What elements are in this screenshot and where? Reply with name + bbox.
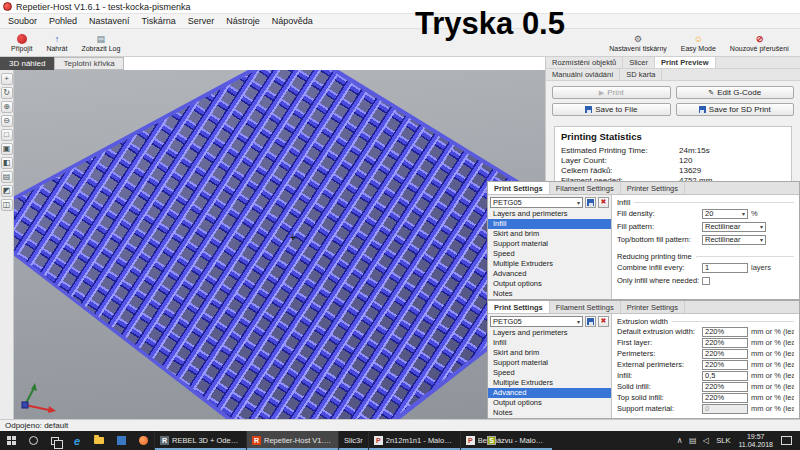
network-icon[interactable]: ▤ xyxy=(686,436,699,445)
tab-printer-settings[interactable]: Printer Settings xyxy=(621,182,685,194)
tab-print-preview[interactable]: Print Preview xyxy=(655,57,716,68)
delete-profile-button[interactable]: ✖ xyxy=(598,197,609,208)
profile-select[interactable]: PETG05 ▾ xyxy=(490,316,583,327)
nav-output-options[interactable]: Output options xyxy=(488,279,611,289)
tray-expand-icon[interactable]: ∧ xyxy=(673,436,686,445)
menu-tiskarna[interactable]: Tiskárna xyxy=(136,14,182,28)
tab-3d-view[interactable]: 3D náhled xyxy=(0,57,54,70)
fit-view-button[interactable]: □ xyxy=(1,129,13,141)
3d-viewport[interactable]: + xyxy=(14,70,545,419)
taskbar-clock[interactable]: 19:57 11.04.2018 xyxy=(734,433,777,449)
menu-pohled[interactable]: Pohled xyxy=(43,14,83,28)
nav-layers-perimeters[interactable]: Layers and perimeters xyxy=(488,209,611,219)
print-button[interactable]: ▶ Print xyxy=(552,86,671,99)
delete-profile-button[interactable]: ✖ xyxy=(598,316,609,327)
nav-speed[interactable]: Speed xyxy=(488,368,611,378)
nav-advanced[interactable]: Advanced xyxy=(488,388,611,398)
extrusion-row: Top solid infill: 220% mm or % (leave 0 … xyxy=(617,392,794,403)
tab-slicer[interactable]: Slicer xyxy=(623,57,655,68)
taskbar-app-rebel3d[interactable]: R REBEL 3D + Odeslat... xyxy=(154,431,246,450)
side-view-button[interactable]: ◧ xyxy=(1,157,13,169)
task-view-button[interactable] xyxy=(44,431,66,450)
menu-nastroje[interactable]: Nástroje xyxy=(220,14,266,28)
taskbar-app-repetier[interactable]: R Repetier-Host V1.6... xyxy=(246,431,338,450)
nav-multiple-extruders[interactable]: Multiple Extruders xyxy=(488,259,611,269)
grid-view-button[interactable]: ◫ xyxy=(1,199,13,211)
iso-view-button[interactable]: ◩ xyxy=(1,185,13,197)
edit-gcode-button[interactable]: ✎ Edit G-Code xyxy=(676,86,795,99)
external-perimeters-input[interactable]: 220% xyxy=(702,360,748,370)
menu-nastaveni[interactable]: Nastavení xyxy=(83,14,136,28)
action-center-icon[interactable] xyxy=(781,436,792,445)
emergency-stop-button[interactable]: ⊘ Nouzové přerušení xyxy=(723,30,796,56)
first-layer-input[interactable]: 220% xyxy=(702,338,748,348)
top-view-button[interactable]: ▤ xyxy=(1,171,13,183)
printer-settings-button[interactable]: ⚙ Nastavení tiskárny xyxy=(602,30,674,56)
solid-infill-input[interactable]: 220% xyxy=(702,382,748,392)
nav-notes[interactable]: Notes xyxy=(488,408,611,418)
pinned-edge-button[interactable]: e xyxy=(66,431,88,450)
move-tool-button[interactable]: + xyxy=(1,73,13,85)
tab-object-placement[interactable]: Rozmístění objektů xyxy=(546,57,623,68)
save-to-file-button[interactable]: Save to File xyxy=(552,103,671,116)
tab-temperature-curve[interactable]: Teplotní křivka xyxy=(54,57,123,70)
show-log-button[interactable]: ▤ Zobrazit Log xyxy=(74,30,127,56)
menu-napoveda[interactable]: Nápověda xyxy=(266,14,319,28)
tab-printer-settings[interactable]: Printer Settings xyxy=(621,301,685,313)
pinned-app-button[interactable] xyxy=(110,431,132,450)
nav-speed[interactable]: Speed xyxy=(488,249,611,259)
menu-soubor[interactable]: Soubor xyxy=(2,14,43,28)
combine-infill-input[interactable]: 1 xyxy=(702,263,748,273)
fill-density-input[interactable]: 20 ▾ xyxy=(702,209,748,219)
rotate-tool-button[interactable]: ↻ xyxy=(1,87,13,99)
perimeters-input[interactable]: 220% xyxy=(702,349,748,359)
tab-print-settings[interactable]: Print Settings xyxy=(488,182,550,194)
pinned-explorer-button[interactable] xyxy=(88,431,110,450)
easy-mode-button[interactable]: ☺ Easy Mode xyxy=(674,30,723,56)
nav-multiple-extruders[interactable]: Multiple Extruders xyxy=(488,378,611,388)
save-for-sd-button[interactable]: Save for SD Print xyxy=(676,103,795,116)
nav-notes[interactable]: Notes xyxy=(488,289,611,299)
volume-icon[interactable]: ◁ xyxy=(699,436,712,445)
zoom-in-button[interactable]: ⊕ xyxy=(1,101,13,113)
profile-select[interactable]: PETG05 ▾ xyxy=(490,197,583,208)
tab-filament-settings[interactable]: Filament Settings xyxy=(550,182,621,194)
nav-support-material[interactable]: Support material xyxy=(488,358,611,368)
tab-filament-settings[interactable]: Filament Settings xyxy=(550,301,621,313)
taskbar-app-slic3r[interactable]: S Slic3r xyxy=(338,431,368,450)
nav-support-material[interactable]: Support material xyxy=(488,239,611,249)
tab-sd-card[interactable]: SD karta xyxy=(620,69,662,80)
nav-advanced[interactable]: Advanced xyxy=(488,269,611,279)
taskbar-app-paint-2[interactable]: P Bez názvu - Malová... xyxy=(460,431,552,450)
start-button[interactable] xyxy=(0,431,22,450)
nav-layers-perimeters[interactable]: Layers and perimeters xyxy=(488,328,611,338)
top-solid-infill-input[interactable]: 220% xyxy=(702,393,748,403)
connect-button[interactable]: Připojit xyxy=(4,30,39,56)
save-profile-button[interactable] xyxy=(585,197,596,208)
save-profile-button[interactable] xyxy=(585,316,596,327)
search-button[interactable] xyxy=(22,431,44,450)
support-material-width-input[interactable]: 0 xyxy=(702,404,748,414)
row-label: Infill: xyxy=(617,371,699,380)
default-extrusion-width-input[interactable]: 220% xyxy=(702,327,748,337)
nav-skirt-brim[interactable]: Skirt and brim xyxy=(488,348,611,358)
preview-button-row-2: Save to File Save for SD Print xyxy=(546,101,800,118)
nav-skirt-brim[interactable]: Skirt and brim xyxy=(488,229,611,239)
nav-infill[interactable]: Infill xyxy=(488,338,611,348)
load-button[interactable]: ↑ Nahrát xyxy=(39,30,74,56)
menu-server[interactable]: Server xyxy=(182,14,221,28)
top-bottom-pattern-select[interactable]: Rectilinear ▾ xyxy=(702,235,766,245)
nav-infill[interactable]: Infill xyxy=(488,219,611,229)
only-infill-checkbox[interactable] xyxy=(702,277,710,285)
tab-print-settings[interactable]: Print Settings xyxy=(488,301,550,313)
infill-width-input[interactable]: 0,5 xyxy=(702,371,748,381)
zoom-out-button[interactable]: ⊖ xyxy=(1,115,13,127)
front-view-button[interactable]: ▣ xyxy=(1,143,13,155)
taskbar-app-paint-1[interactable]: P 2n12m1n1 - Malova... xyxy=(368,431,460,450)
nav-output-options[interactable]: Output options xyxy=(488,398,611,408)
preview-button-row-1: ▶ Print ✎ Edit G-Code xyxy=(546,84,800,101)
pinned-browser-button[interactable] xyxy=(132,431,154,450)
fill-pattern-select[interactable]: Rectilinear ▾ xyxy=(702,222,766,232)
tab-manual-control[interactable]: Manuální ovládání xyxy=(546,69,620,80)
language-indicator[interactable]: SLK xyxy=(712,436,734,445)
